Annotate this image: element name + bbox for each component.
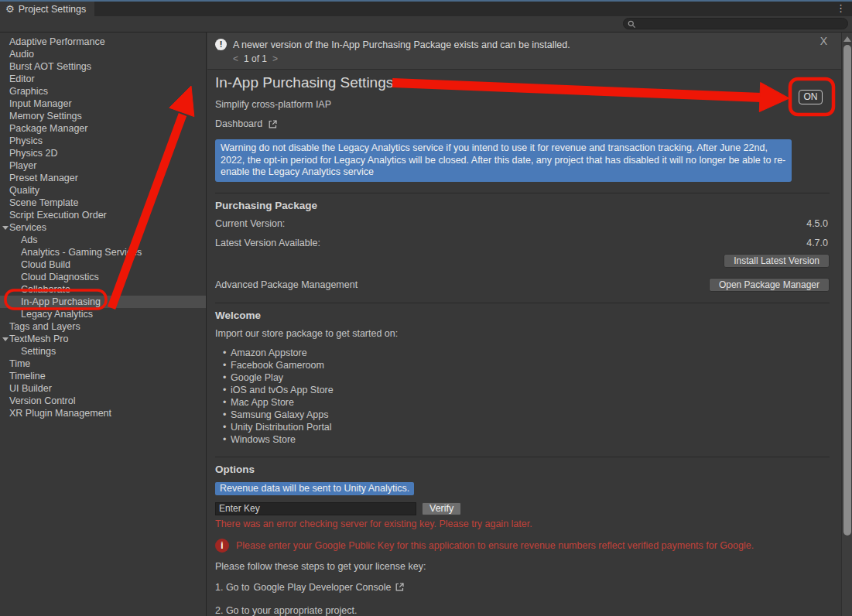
error-info-icon: i: [215, 539, 229, 553]
store-list-item: Amazon Appstore: [215, 347, 830, 359]
pager-prev-button[interactable]: <: [233, 53, 238, 64]
sidebar-item-version-control[interactable]: Version Control: [0, 395, 206, 407]
notification-message: A newer version of the In-App Purchasing…: [233, 39, 570, 50]
settings-sidebar: Adaptive PerformanceAudioBurst AOT Setti…: [0, 33, 207, 616]
search-input[interactable]: [638, 19, 845, 29]
sidebar-item-collaborate[interactable]: Collaborate: [0, 283, 206, 296]
sidebar-item-physics-2d[interactable]: Physics 2D: [0, 147, 206, 159]
store-list-item: Mac App Store: [215, 396, 830, 409]
welcome-title: Welcome: [215, 310, 830, 321]
sidebar-item-quality[interactable]: Quality: [0, 184, 206, 197]
sidebar-item-physics[interactable]: Physics: [0, 135, 206, 147]
sidebar-item-in-app-purchasing[interactable]: In-App Purchasing: [0, 296, 206, 308]
sidebar-item-package-manager[interactable]: Package Manager: [0, 122, 206, 135]
store-list-item: Facebook Gameroom: [215, 359, 830, 371]
current-version-value: 4.5.0: [806, 218, 828, 229]
sidebar-item-settings[interactable]: Settings: [0, 345, 206, 358]
page-subtitle: Simplify cross-platform IAP: [215, 99, 830, 110]
sidebar-item-adaptive-performance[interactable]: Adaptive Performance: [0, 36, 206, 48]
step-1: 1. Go to Google Play Developer Console: [215, 582, 830, 593]
sidebar-item-input-manager[interactable]: Input Manager: [0, 98, 206, 110]
store-list: Amazon AppstoreFacebook GameroomGoogle P…: [215, 347, 830, 446]
dashboard-link[interactable]: Dashboard: [215, 118, 278, 129]
latest-version-value: 4.7.0: [806, 238, 828, 248]
sidebar-item-analytics-gaming-services[interactable]: Analytics - Gaming Services: [0, 246, 206, 258]
store-list-item: Windows Store: [215, 433, 830, 446]
current-version-label: Current Version:: [215, 218, 285, 229]
sidebar-item-label: Time: [0, 358, 206, 370]
sidebar-item-label: Physics 2D: [0, 147, 206, 159]
sidebar-item-services[interactable]: Services: [0, 221, 206, 234]
dashboard-link-label: Dashboard: [215, 118, 262, 129]
step-1-prefix: 1. Go to: [215, 582, 249, 593]
sidebar-item-label: Cloud Diagnostics: [0, 271, 206, 283]
advanced-package-management-label: Advanced Package Management: [215, 279, 358, 290]
sidebar-item-ui-builder[interactable]: UI Builder: [0, 382, 206, 395]
license-steps-intro: Please follow these steps to get your li…: [215, 561, 830, 572]
store-list-item: Unity Distribution Portal: [215, 421, 830, 433]
install-latest-version-button[interactable]: Install Latest Version: [724, 254, 830, 268]
pager-label: 1 of 1: [244, 53, 267, 64]
sidebar-item-burst-aot-settings[interactable]: Burst AOT Settings: [0, 60, 206, 73]
sidebar-item-script-execution-order[interactable]: Script Execution Order: [0, 209, 206, 221]
sidebar-item-legacy-analytics[interactable]: Legacy Analytics: [0, 308, 206, 320]
foldout-expanded-icon[interactable]: [2, 337, 9, 341]
scroll-up-arrow-icon[interactable]: [843, 36, 851, 42]
sidebar-item-label: Analytics - Gaming Services: [0, 246, 206, 258]
sidebar-item-label: Cloud Build: [0, 258, 206, 271]
sidebar-item-label: Services: [0, 221, 206, 234]
sidebar-item-label: Collaborate: [0, 283, 206, 296]
sidebar-item-timeline[interactable]: Timeline: [0, 370, 206, 382]
sidebar-item-label: Memory Settings: [0, 110, 206, 122]
license-key-input[interactable]: [215, 502, 416, 515]
sidebar-item-label: Timeline: [0, 370, 206, 382]
sidebar-item-memory-settings[interactable]: Memory Settings: [0, 110, 206, 122]
gear-icon: ⚙: [5, 4, 15, 14]
iap-enabled-toggle-on-button[interactable]: ON: [799, 90, 823, 104]
sidebar-item-label: XR Plugin Management: [0, 407, 206, 419]
sidebar-item-player[interactable]: Player: [0, 159, 206, 172]
open-package-manager-button[interactable]: Open Package Manager: [709, 278, 830, 292]
sidebar-item-graphics[interactable]: Graphics: [0, 85, 206, 98]
sidebar-item-label: Editor: [0, 73, 206, 85]
notification-pager: < 1 of 1 >: [233, 53, 841, 64]
sidebar-item-label: UI Builder: [0, 382, 206, 395]
pager-next-button[interactable]: >: [272, 53, 278, 64]
sidebar-item-label: Adaptive Performance: [0, 36, 206, 48]
sidebar-item-label: Quality: [0, 184, 206, 197]
welcome-intro: Import our store package to get started …: [215, 328, 830, 339]
sidebar-item-xr-plugin-management[interactable]: XR Plugin Management: [0, 407, 206, 419]
latest-version-label: Latest Version Available:: [215, 238, 320, 248]
settings-toolbar: [0, 16, 852, 33]
sidebar-item-ads[interactable]: Ads: [0, 234, 206, 246]
update-notification-banner: ! A newer version of the In-App Purchasi…: [207, 33, 841, 70]
verify-key-button[interactable]: Verify: [422, 502, 461, 515]
sidebar-item-tags-and-layers[interactable]: Tags and Layers: [0, 320, 206, 333]
notification-bubble-icon: !: [215, 39, 227, 50]
sidebar-item-time[interactable]: Time: [0, 358, 206, 370]
settings-content: ! A newer version of the In-App Purchasi…: [207, 33, 841, 616]
sidebar-item-textmesh-pro[interactable]: TextMesh Pro: [0, 333, 206, 345]
kebab-menu-icon[interactable]: ⋮: [836, 2, 846, 14]
notification-close-button[interactable]: X: [820, 35, 827, 47]
tab-project-settings[interactable]: ⚙ Project Settings: [0, 2, 94, 16]
sidebar-item-editor[interactable]: Editor: [0, 73, 206, 85]
sidebar-item-label: Package Manager: [0, 122, 206, 135]
sidebar-item-label: Physics: [0, 135, 206, 147]
sidebar-item-scene-template[interactable]: Scene Template: [0, 197, 206, 209]
sidebar-item-label: Scene Template: [0, 197, 206, 209]
options-title: Options: [215, 464, 830, 475]
google-play-console-link[interactable]: Google Play Developer Console: [253, 582, 391, 593]
sidebar-item-cloud-diagnostics[interactable]: Cloud Diagnostics: [0, 271, 206, 283]
window-title: Project Settings: [19, 4, 87, 15]
sidebar-item-preset-manager[interactable]: Preset Manager: [0, 172, 206, 184]
sidebar-item-cloud-build[interactable]: Cloud Build: [0, 258, 206, 271]
sidebar-item-label: Ads: [0, 234, 206, 246]
sidebar-item-label: Legacy Analytics: [0, 308, 206, 320]
vertical-scrollbar: [841, 33, 852, 616]
foldout-expanded-icon[interactable]: [2, 226, 9, 230]
sidebar-item-audio[interactable]: Audio: [0, 48, 206, 60]
scrollbar-thumb[interactable]: [843, 45, 851, 536]
external-link-icon: [268, 119, 278, 129]
legacy-analytics-warning: Warning do not disable the Legacy Analyt…: [215, 139, 792, 182]
